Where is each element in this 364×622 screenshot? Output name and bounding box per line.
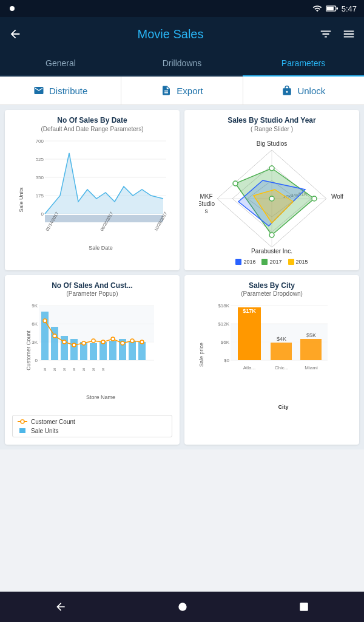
menu-icon[interactable] [342, 27, 356, 41]
status-bar: 5:47 [0, 0, 364, 17]
chart1-svg: 700 525 350 175 0 [27, 135, 172, 232]
svg-rect-57 [138, 342, 146, 360]
chart-sales-by-date: No Of Sales By Date (Default And Date Ra… [5, 110, 180, 270]
legend-label-2016: 2016 [243, 259, 255, 265]
chart4-x-label: City [212, 404, 354, 410]
square-nav-button[interactable] [298, 601, 309, 612]
legend-dot-2016 [235, 259, 241, 265]
svg-rect-53 [99, 342, 107, 360]
svg-text:3K: 3K [32, 340, 38, 345]
svg-text:$6K: $6K [221, 340, 230, 345]
legend-2015: 2015 [288, 259, 308, 265]
radar-chart-area: Big Studios Parabuster Inc. MKF Studio s… [189, 135, 354, 265]
svg-rect-88 [238, 307, 261, 360]
svg-text:$5K: $5K [306, 332, 316, 338]
back-nav-icon [55, 601, 67, 613]
svg-rect-2 [326, 7, 334, 10]
svg-rect-98 [300, 603, 308, 611]
svg-text:S: S [102, 367, 105, 372]
tab-drilldowns[interactable]: Drilldowns [121, 51, 243, 77]
svg-rect-92 [300, 339, 322, 360]
distribute-label: Distribute [49, 86, 87, 96]
svg-point-68 [140, 340, 144, 344]
svg-rect-52 [90, 343, 97, 360]
svg-rect-56 [129, 341, 136, 360]
svg-rect-49 [61, 336, 68, 360]
svg-point-61 [72, 343, 76, 347]
legend-label-2015: 2015 [296, 259, 308, 265]
svg-text:525: 525 [36, 157, 44, 162]
back-nav-button[interactable] [55, 601, 67, 613]
svg-text:$18K: $18K [218, 303, 229, 309]
svg-text:0: 0 [35, 358, 38, 363]
status-time: 5:47 [342, 4, 357, 13]
svg-point-64 [101, 340, 105, 344]
svg-point-62 [82, 341, 86, 345]
legend-label-2017: 2017 [269, 259, 281, 265]
svg-point-35 [269, 233, 274, 238]
tab-general[interactable]: General [0, 51, 121, 77]
chart3-svg: 9K 6K 3K 0 [27, 299, 160, 391]
svg-rect-50 [70, 339, 78, 360]
svg-point-34 [312, 196, 317, 201]
home-nav-button[interactable] [177, 601, 189, 613]
top-bar-icons [319, 27, 356, 41]
legend-customer-count-label: Customer Count [31, 419, 75, 425]
svg-text:S: S [92, 367, 95, 372]
chart4-subtitle: (Parameter Dropdown) [189, 290, 354, 297]
chart1-y-label: Sale Units [18, 188, 24, 213]
svg-point-36 [233, 181, 238, 186]
chart2-title: Sales By Studio And Year [189, 116, 354, 126]
back-icon[interactable] [8, 27, 22, 41]
svg-text:9K: 9K [32, 303, 38, 309]
svg-text:700: 700 [36, 138, 44, 144]
chart-sales-by-studio: Sales By Studio And Year ( Range Slider … [184, 110, 359, 270]
chart-sales-by-city: Sales By City (Parameter Dropdown) Sale … [184, 275, 359, 445]
svg-rect-78 [19, 428, 25, 433]
chart3-subtitle: (Parameter Popup) [10, 290, 175, 297]
status-bar-left [7, 4, 17, 13]
svg-point-63 [92, 339, 95, 343]
svg-point-77 [21, 420, 24, 423]
unlock-label: Unlock [297, 86, 325, 96]
svg-text:Miami: Miami [305, 365, 318, 371]
chart-sales-and-cust: No Of Sales And Cust... (Parameter Popup… [5, 275, 180, 445]
chart3-title: No Of Sales And Cust... [10, 281, 175, 291]
svg-rect-3 [336, 7, 338, 9]
svg-point-59 [53, 334, 56, 338]
svg-text:S: S [44, 367, 47, 372]
status-bar-right: 5:47 [312, 4, 357, 13]
svg-text:Chic...: Chic... [275, 365, 289, 371]
square-nav-icon [298, 601, 309, 612]
legend-2016: 2016 [235, 259, 255, 265]
bottom-nav [0, 592, 364, 622]
svg-text:$0: $0 [224, 358, 229, 363]
chart4-y-label: Sale price [198, 343, 204, 367]
tab-parameters[interactable]: Parameters [243, 51, 364, 77]
svg-text:Wolf: Wolf [331, 193, 343, 200]
legend-customer-count: Customer Count [18, 418, 167, 425]
wifi-icon [312, 4, 322, 13]
export-label: Export [177, 86, 203, 96]
svg-text:S: S [63, 367, 66, 372]
svg-text:S: S [53, 367, 56, 372]
circle-icon [7, 4, 17, 13]
svg-text:MKF: MKF [200, 193, 212, 200]
svg-point-60 [62, 340, 66, 344]
export-button[interactable]: Export [121, 77, 243, 104]
distribute-button[interactable]: Distribute [0, 77, 121, 104]
chart4-title: Sales By City [189, 281, 354, 291]
svg-point-0 [10, 6, 15, 11]
filter-icon[interactable] [319, 27, 332, 41]
svg-text:6K: 6K [32, 321, 38, 327]
svg-point-66 [121, 341, 124, 345]
unlock-button[interactable]: Unlock [243, 77, 364, 104]
svg-text:Studio: Studio [199, 200, 215, 207]
chart3-legend: Customer Count Sale Units [12, 415, 172, 437]
tabs: General Drilldowns Parameters [0, 51, 364, 77]
pdf-icon [161, 85, 172, 96]
charts-top-row: No Of Sales By Date (Default And Date Ra… [0, 105, 364, 275]
svg-text:Atla...: Atla... [243, 365, 255, 371]
email-icon [33, 85, 44, 96]
action-bar: Distribute Export Unlock [0, 77, 364, 105]
